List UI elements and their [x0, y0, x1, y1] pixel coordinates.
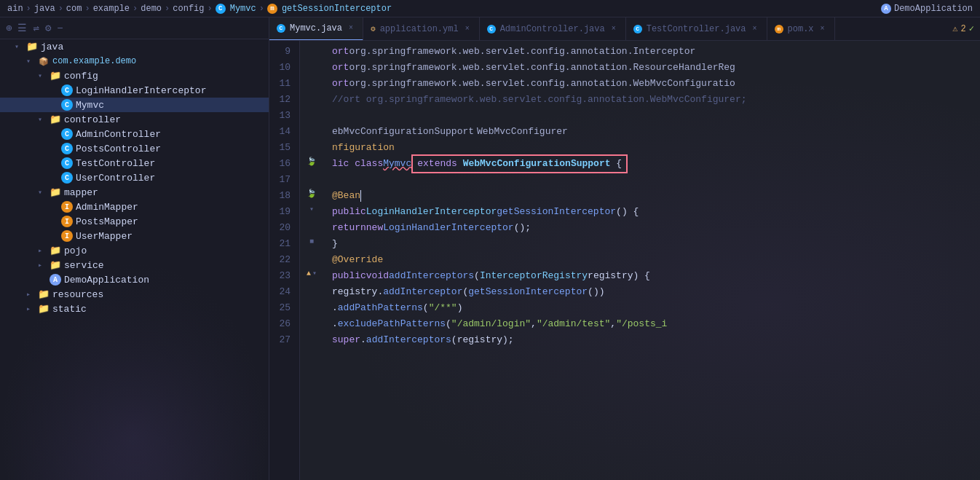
- code-line-27: super.addInterceptors(registry);: [332, 332, 980, 348]
- gutter-line-19: ▾: [300, 201, 323, 217]
- gutter-line-27: [300, 329, 323, 345]
- tree-arrow-controller: [38, 115, 47, 124]
- code-line-9: ort org.springframework.web.servlet.conf…: [332, 44, 980, 60]
- tab-bar-status: ⚠ 2 ✓: [952, 23, 980, 34]
- gutter-leaf-16[interactable]: 🍃: [307, 157, 317, 166]
- sidebar-item-mapper[interactable]: 📁 mapper: [0, 185, 269, 200]
- gutter-fold-23[interactable]: ▾: [312, 269, 317, 278]
- sidebar-item-config[interactable]: 📁 config: [0, 68, 269, 83]
- code-line-15: nfiguration: [332, 140, 980, 156]
- code-line-11: ort org.springframework.web.servlet.conf…: [332, 76, 980, 92]
- tab-admin-ctrl[interactable]: C AdminController.java ×: [480, 17, 626, 41]
- gutter-line-12: [300, 89, 323, 105]
- tab-close-yml[interactable]: ×: [463, 25, 472, 34]
- gutter-line-25: [300, 297, 323, 313]
- folder-icon-pojo: 📁: [50, 245, 61, 256]
- folder-icon-controller: 📁: [50, 114, 61, 125]
- tab-mymvc[interactable]: C Mymvc.java ×: [269, 17, 363, 41]
- folder-icon-package: 📦: [38, 55, 50, 67]
- gutter-leaf-18[interactable]: 🍃: [307, 189, 317, 198]
- tree-arrow-static: [26, 304, 35, 313]
- tab-bar: C Mymvc.java × ⚙ application.yml × C Adm…: [269, 17, 980, 41]
- sidebar-item-pojo[interactable]: 📁 pojo: [0, 243, 269, 258]
- sidebar-toolbar: ⊕ ☰ ⇌ ⚙ −: [0, 17, 269, 39]
- gutter-line-11: [300, 73, 323, 89]
- sidebar-item-mymvc[interactable]: C Mymvc: [0, 98, 269, 112]
- compass-icon[interactable]: ⊕: [6, 22, 12, 34]
- tree-arrow-pojo: [38, 246, 47, 255]
- gutter-fold-19[interactable]: ▾: [309, 205, 314, 213]
- warning-icon: ⚠: [952, 23, 957, 34]
- folder-icon-config: 📁: [50, 70, 61, 82]
- sidebar-label-mymvc: Mymvc: [76, 100, 104, 111]
- sidebar-item-posts-mapper[interactable]: I PostsMapper: [0, 214, 269, 229]
- breadcrumb-item-method[interactable]: getSessionInterceptor: [282, 4, 392, 14]
- line-numbers: 9 10 11 12 13 14 15 16 17 18 19 20 21 22…: [269, 41, 300, 480]
- sidebar-item-java[interactable]: 📁 java: [0, 39, 269, 54]
- tab-icon-mymvc: C: [277, 24, 285, 33]
- tab-application-yml[interactable]: ⚙ application.yml ×: [363, 17, 480, 41]
- list-icon[interactable]: ☰: [17, 22, 27, 34]
- gutter-line-17: [300, 169, 323, 185]
- folder-icon-service: 📁: [50, 259, 61, 271]
- sidebar-label-mapper: mapper: [64, 187, 98, 198]
- sidebar-label-posts-mapper: PostsMapper: [76, 216, 138, 227]
- code-line-24: registry.addInterceptor(getSessionInterc…: [332, 284, 980, 300]
- code-area[interactable]: ort org.springframework.web.servlet.conf…: [323, 41, 980, 480]
- tab-close-test[interactable]: ×: [751, 25, 759, 34]
- code-line-12: //ort org.springframework.web.servlet.co…: [332, 92, 980, 108]
- tab-close-admin[interactable]: ×: [609, 25, 618, 34]
- sidebar-item-user-ctrl[interactable]: C UserController: [0, 170, 269, 185]
- code-line-22: @Override: [332, 252, 980, 268]
- gear-icon[interactable]: ⚙: [45, 22, 51, 34]
- breadcrumb-item-main[interactable]: ain: [7, 4, 23, 14]
- sidebar-item-static[interactable]: 📁 static: [0, 302, 269, 316]
- gutter-fold-21[interactable]: ■: [309, 237, 314, 245]
- minus-icon[interactable]: −: [57, 23, 63, 34]
- breadcrumb-app: A DemoApplication: [881, 4, 973, 14]
- sidebar-label-login-handler: LoginHandlerInterceptor: [76, 85, 206, 96]
- tab-test-ctrl[interactable]: C TestController.java ×: [626, 17, 767, 41]
- gutter-line-22: [300, 249, 323, 265]
- tab-pom[interactable]: m pom.x ×: [767, 17, 835, 41]
- sidebar-item-package[interactable]: 📦 com.example.demo: [0, 54, 269, 68]
- tab-close-mymvc[interactable]: ×: [347, 24, 355, 33]
- breadcrumb-item-config[interactable]: config: [173, 4, 204, 14]
- sidebar-label-static: static: [52, 304, 87, 315]
- sidebar-label-admin-mapper: AdminMapper: [76, 202, 138, 213]
- sidebar-item-demo-app[interactable]: A DemoApplication: [0, 272, 269, 287]
- sidebar-item-posts-ctrl[interactable]: C PostsController: [0, 141, 269, 156]
- sidebar: ⊕ ☰ ⇌ ⚙ − 📁 java 📦 com.example.demo: [0, 17, 269, 480]
- breadcrumb-bar: ain › java › com › example › demo › conf…: [0, 0, 980, 17]
- sidebar-item-user-mapper[interactable]: I UserMapper: [0, 229, 269, 243]
- split-icon[interactable]: ⇌: [33, 22, 39, 34]
- sidebar-item-login-handler[interactable]: C LoginHandlerInterceptor: [0, 83, 269, 98]
- gutter-line-16: 🍃: [300, 153, 323, 169]
- tab-close-pom[interactable]: ×: [818, 25, 827, 34]
- sidebar-item-test-ctrl[interactable]: C TestController: [0, 156, 269, 170]
- sidebar-item-resources[interactable]: 📁 resources: [0, 287, 269, 302]
- tab-label-test: TestController.java: [647, 24, 746, 34]
- breadcrumb-item-java[interactable]: java: [34, 4, 55, 14]
- sidebar-item-controller[interactable]: 📁 controller: [0, 112, 269, 127]
- editor-content[interactable]: 9 10 11 12 13 14 15 16 17 18 19 20 21 22…: [269, 41, 980, 480]
- gutter-line-21: ■: [300, 233, 323, 249]
- breadcrumb-app-icon: A: [881, 4, 891, 14]
- folder-icon-resources: 📁: [38, 288, 50, 300]
- breadcrumb-item-com[interactable]: com: [66, 4, 82, 14]
- breadcrumb-item-example[interactable]: example: [93, 4, 130, 14]
- tab-label-mymvc: Mymvc.java: [290, 23, 342, 34]
- class-icon-user-ctrl: C: [61, 172, 73, 184]
- tree-arrow-java: [15, 42, 23, 51]
- code-line-16: lic class Mymvc extends WebMvcConfigurat…: [332, 156, 980, 172]
- main-area: ⊕ ☰ ⇌ ⚙ − 📁 java 📦 com.example.demo: [0, 17, 980, 480]
- breadcrumb-item-demo[interactable]: demo: [141, 4, 162, 14]
- sidebar-item-admin-mapper[interactable]: I AdminMapper: [0, 200, 269, 214]
- breadcrumb-app-label[interactable]: DemoApplication: [894, 4, 973, 14]
- sidebar-item-service[interactable]: 📁 service: [0, 258, 269, 272]
- gutter-line-23: ▲ ▾: [300, 265, 323, 281]
- gutter-line-10: [300, 57, 323, 73]
- breadcrumb-item-mymvc[interactable]: Mymvc: [230, 4, 256, 14]
- sidebar-item-admin-ctrl[interactable]: C AdminController: [0, 127, 269, 141]
- sidebar-label-java: java: [41, 42, 63, 52]
